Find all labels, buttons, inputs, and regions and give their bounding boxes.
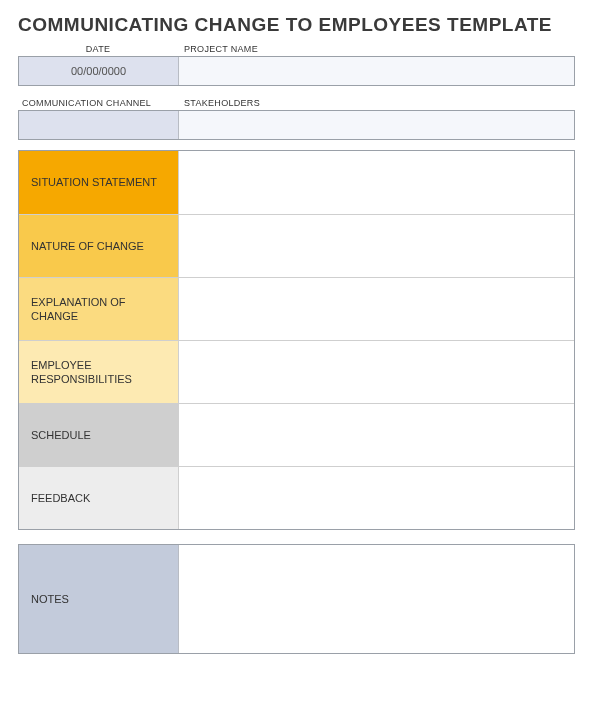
employee-responsibilities-input[interactable]	[179, 341, 574, 403]
header-project-name: PROJECT NAME	[178, 42, 575, 56]
communication-channel-input[interactable]	[19, 111, 179, 139]
page-title: COMMUNICATING CHANGE TO EMPLOYEES TEMPLA…	[18, 14, 575, 36]
situation-statement-input[interactable]	[179, 151, 574, 214]
meta-block-date-project: DATE PROJECT NAME 00/00/0000	[18, 42, 575, 86]
section-label-schedule: SCHEDULE	[19, 404, 179, 466]
header-stakeholders: STAKEHOLDERS	[178, 96, 575, 110]
notes-label: NOTES	[19, 545, 179, 653]
schedule-input[interactable]	[179, 404, 574, 466]
notes-input[interactable]	[179, 545, 574, 653]
meta-block-channel-stakeholders: COMMUNICATION CHANNEL STAKEHOLDERS	[18, 96, 575, 140]
sections-table: SITUATION STATEMENT NATURE OF CHANGE EXP…	[18, 150, 575, 530]
header-date: DATE	[18, 42, 178, 56]
section-label-nature-of-change: NATURE OF CHANGE	[19, 215, 179, 277]
explanation-of-change-input[interactable]	[179, 278, 574, 340]
date-input[interactable]: 00/00/0000	[19, 57, 179, 85]
notes-block: NOTES	[18, 544, 575, 654]
stakeholders-input[interactable]	[179, 111, 574, 139]
nature-of-change-input[interactable]	[179, 215, 574, 277]
project-name-input[interactable]	[179, 57, 574, 85]
section-label-situation-statement: SITUATION STATEMENT	[19, 151, 179, 214]
section-label-explanation-of-change: EXPLANATION OF CHANGE	[19, 278, 179, 340]
feedback-input[interactable]	[179, 467, 574, 529]
header-communication-channel: COMMUNICATION CHANNEL	[18, 96, 178, 110]
section-label-employee-responsibilities: EMPLOYEE RESPONSIBILITIES	[19, 341, 179, 403]
section-label-feedback: FEEDBACK	[19, 467, 179, 529]
